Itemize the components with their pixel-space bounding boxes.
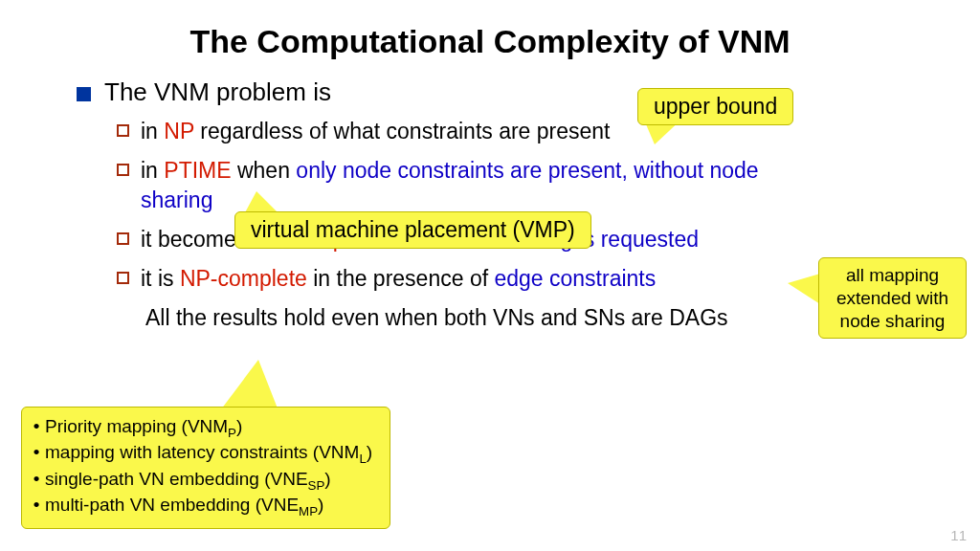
bullet-dot-icon: • <box>32 494 41 517</box>
bullet-dot-icon: • <box>32 468 41 491</box>
text: mapping with latency constraints (VNML) <box>45 441 372 467</box>
callout-text: all mapping <box>829 264 956 287</box>
callout-tail-icon <box>218 360 279 413</box>
text: multi-path VN embedding (VNEMP) <box>45 494 323 519</box>
t: single-path VN embedding (VNE <box>45 469 308 489</box>
page-number: 11 <box>950 527 967 543</box>
t: ) <box>318 495 323 515</box>
t: multi-path VN embedding (VNE <box>45 495 299 515</box>
bullet-dot-icon: • <box>32 415 41 438</box>
text: when <box>232 158 297 183</box>
t: ) <box>367 442 372 462</box>
text: in the presence of <box>307 266 495 291</box>
bullet-text: in NP regardless of what constraints are… <box>141 117 611 146</box>
bullet-text: in PTIME when only node constraints are … <box>141 156 779 215</box>
text: in <box>141 119 164 143</box>
square-filled-icon <box>77 87 91 101</box>
callout-tail-icon <box>788 274 820 304</box>
slide: The Computational Complexity of VNM The … <box>0 0 980 551</box>
sub: L <box>359 452 366 466</box>
square-hollow-icon <box>117 272 129 284</box>
callout-mapping-list: • Priority mapping (VNMP) • mapping with… <box>21 407 390 529</box>
text: it is <box>141 266 180 291</box>
text-red: NP-complete <box>180 266 307 291</box>
bullet-text: The VNM problem is <box>104 77 331 107</box>
text: regardless of what constraints are prese… <box>194 119 611 143</box>
list-item: • single-path VN embedding (VNESP) <box>32 468 372 494</box>
square-hollow-icon <box>117 164 129 176</box>
text-blue: edge constraints <box>494 266 656 291</box>
text-red: NP <box>164 119 194 143</box>
bullet-dot-icon: • <box>32 441 41 464</box>
bullet-level2: it is NP-complete in the presence of edg… <box>117 264 750 294</box>
square-hollow-icon <box>117 232 129 245</box>
t: mapping with latency constraints (VNM <box>45 442 359 462</box>
list-item: • Priority mapping (VNMP) <box>32 415 372 441</box>
list-item: • multi-path VN embedding (VNEMP) <box>32 494 372 519</box>
t: ) <box>236 416 242 436</box>
bullet-level3: All the results hold even when both VNs … <box>145 303 865 333</box>
sub: P <box>228 426 236 440</box>
text-red: PTIME <box>164 158 231 183</box>
callout-node-sharing: all mapping extended with node sharing <box>818 257 967 339</box>
slide-title: The Computational Complexity of VNM <box>57 23 923 60</box>
square-hollow-icon <box>117 124 129 137</box>
bullet-text: it is NP-complete in the presence of edg… <box>141 264 656 294</box>
t: ) <box>324 469 330 489</box>
text: single-path VN embedding (VNESP) <box>45 468 331 494</box>
callout-text: virtual machine placement (VMP) <box>251 217 575 242</box>
sub: MP <box>299 504 318 518</box>
callout-text: upper bound <box>654 94 777 119</box>
callout-upper-bound: upper bound <box>637 88 793 125</box>
bullet-level2: in PTIME when only node constraints are … <box>117 156 779 215</box>
callout-text: extended with <box>829 287 956 310</box>
callout-vmp: virtual machine placement (VMP) <box>234 211 591 249</box>
text: in <box>141 158 164 183</box>
list-item: • mapping with latency constraints (VNML… <box>32 441 372 467</box>
sub: SP <box>308 478 325 493</box>
callout-text: node sharing <box>829 310 956 333</box>
t: Priority mapping (VNM <box>45 416 228 436</box>
bullet-level1: The VNM problem is <box>77 77 923 107</box>
text: Priority mapping (VNMP) <box>45 415 242 441</box>
